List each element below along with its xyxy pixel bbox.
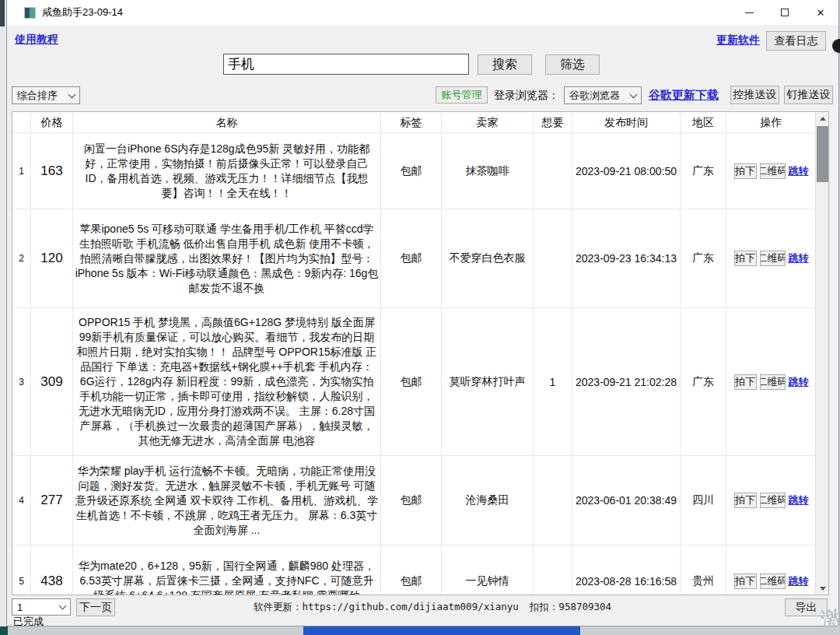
qr-code-button[interactable]: 二维码 bbox=[760, 493, 786, 508]
scrollbar-thumb[interactable] bbox=[817, 126, 828, 182]
update-software-link[interactable]: 更新软件 bbox=[716, 33, 760, 47]
table-row[interactable]: 1 163 闲置一台iPhone 6S内存是128g成色95新 灵敏好用，功能都… bbox=[12, 133, 816, 209]
buy-button[interactable]: 拍下 bbox=[734, 574, 757, 589]
listing-table: 价格 名称 标签 卖家 想要 发布时间 地区 操作 1 163 闲置一台iPho… bbox=[12, 111, 829, 595]
region-cell: 广东 bbox=[681, 133, 726, 209]
header-want: 想要 bbox=[534, 112, 572, 132]
page-select[interactable]: 1 bbox=[12, 598, 71, 616]
row-index: 5 bbox=[12, 546, 31, 595]
sort-select[interactable]: 综合排序 bbox=[12, 86, 80, 104]
tag-cell: 包邮 bbox=[381, 308, 442, 455]
table-row[interactable]: 5 438 华为mate20，6+128，95新，国行全网通，麒麟980 处理器… bbox=[12, 546, 816, 595]
minimize-icon bbox=[745, 12, 754, 13]
name-cell: OPPOR15 手机 梦境黑，高颜值6G+128G 梦境特别 版全面屏 99新手… bbox=[73, 308, 381, 455]
buy-button[interactable]: 拍下 bbox=[734, 251, 757, 266]
want-cell: 1 bbox=[534, 308, 572, 455]
buy-button[interactable]: 拍下 bbox=[734, 374, 757, 390]
buy-button[interactable]: 拍下 bbox=[734, 493, 757, 508]
search-button[interactable]: 搜索 bbox=[478, 54, 532, 75]
seller-cell: 一见钟情 bbox=[442, 546, 534, 595]
time-cell: 2023-09-21 21:02:28 bbox=[572, 308, 681, 455]
time-cell: 2023-09-21 08:00:50 bbox=[572, 133, 681, 209]
background-window-edge bbox=[0, 0, 5, 26]
maximize-icon bbox=[781, 9, 789, 16]
jump-link[interactable]: 跳转 bbox=[789, 574, 809, 588]
search-input[interactable] bbox=[223, 54, 469, 75]
header-action: 操作 bbox=[726, 112, 816, 132]
table-row[interactable]: 4 277 华为荣耀 play手机 运行流畅不卡顿。无暗病，功能正常使用没问题，… bbox=[12, 456, 816, 546]
tag-cell: 包邮 bbox=[381, 546, 442, 595]
account-manage-button[interactable]: 账号管理 bbox=[436, 86, 488, 103]
jump-link[interactable]: 跳转 bbox=[789, 164, 809, 178]
qq-contact-text: 扣扣：958709304 bbox=[530, 601, 611, 612]
want-cell bbox=[534, 546, 572, 595]
name-cell: 华为荣耀 play手机 运行流畅不卡顿。无暗病，功能正常使用没问题，测好发货。无… bbox=[73, 456, 381, 545]
action-cell: 拍下 二维码 跳转 bbox=[726, 209, 816, 307]
qr-code-button[interactable]: 二维码 bbox=[760, 251, 786, 266]
jump-link[interactable]: 跳转 bbox=[789, 375, 809, 389]
jump-link[interactable]: 跳转 bbox=[789, 251, 809, 265]
price-cell: 438 bbox=[31, 546, 73, 595]
row-index: 1 bbox=[12, 133, 31, 209]
qr-code-button[interactable]: 二维码 bbox=[760, 574, 786, 589]
table-row[interactable]: 3 309 OPPOR15 手机 梦境黑，高颜值6G+128G 梦境特别 版全面… bbox=[12, 308, 816, 456]
filter-button[interactable]: 筛选 bbox=[545, 54, 600, 75]
push-settings-button-1[interactable]: 控推送设 bbox=[730, 86, 779, 104]
price-cell: 309 bbox=[31, 308, 73, 455]
browser-select-value: 谷歌浏览器 bbox=[569, 89, 620, 103]
table-body: 1 163 闲置一台iPhone 6S内存是128g成色95新 灵敏好用，功能都… bbox=[12, 133, 816, 595]
action-cell: 拍下 二维码 跳转 bbox=[726, 456, 816, 545]
chrome-update-link[interactable]: 谷歌更新下载 bbox=[649, 88, 719, 103]
title-bar: 咸鱼助手23-09-14 ✕ bbox=[7, 0, 838, 25]
close-button[interactable]: ✕ bbox=[803, 0, 838, 25]
jump-link[interactable]: 跳转 bbox=[789, 493, 809, 507]
close-icon: ✕ bbox=[817, 8, 825, 18]
chevron-down-icon bbox=[630, 90, 638, 98]
want-cell bbox=[534, 456, 572, 545]
row-index: 3 bbox=[12, 308, 31, 455]
name-cell: 华为mate20，6+128，95新，国行全网通，麒麟980 处理器，6.53英… bbox=[73, 546, 381, 595]
software-update-text: 软件更新：https://github.com/dijiaatm009/xian… bbox=[254, 601, 519, 612]
page-select-value: 1 bbox=[17, 602, 23, 613]
time-cell: 2023-06-01 20:38:49 bbox=[572, 456, 681, 545]
qr-code-button[interactable]: 二维码 bbox=[760, 374, 786, 390]
chevron-down-icon bbox=[59, 602, 67, 610]
sort-select-value: 综合排序 bbox=[17, 89, 58, 103]
header-time: 发布时间 bbox=[572, 112, 681, 132]
vertical-scrollbar[interactable] bbox=[815, 112, 828, 595]
qr-code-button[interactable]: 二维码 bbox=[760, 163, 786, 179]
taskbar-segment bbox=[0, 626, 8, 635]
scroll-up-icon[interactable] bbox=[816, 112, 829, 125]
scroll-down-icon[interactable] bbox=[816, 582, 829, 595]
price-cell: 163 bbox=[31, 133, 73, 209]
time-cell: 2023-09-23 16:34:13 bbox=[572, 209, 681, 307]
footer-info: 软件更新：https://github.com/dijiaatm009/xian… bbox=[254, 601, 622, 614]
region-cell: 四川 bbox=[681, 456, 726, 545]
header-index bbox=[12, 112, 31, 132]
taskbar-strip bbox=[0, 626, 840, 635]
price-cell: 120 bbox=[31, 209, 73, 307]
tag-cell: 包邮 bbox=[381, 133, 442, 209]
chevron-down-icon bbox=[68, 90, 76, 98]
maximize-button[interactable] bbox=[767, 0, 803, 25]
header-tag: 标签 bbox=[381, 112, 442, 132]
region-cell: 广东 bbox=[681, 308, 726, 455]
action-cell: 拍下 二维码 跳转 bbox=[726, 308, 816, 455]
app-icon bbox=[24, 7, 36, 19]
buy-button[interactable]: 拍下 bbox=[734, 163, 757, 179]
browser-select[interactable]: 谷歌浏览器 bbox=[564, 86, 642, 104]
seller-cell: 抹茶咖啡 bbox=[442, 133, 534, 209]
table-row[interactable]: 2 120 苹果ipone5 5s 可移动可联通 学生备用手机/工作机 平替cc… bbox=[12, 209, 816, 308]
want-cell bbox=[534, 133, 572, 209]
next-page-button[interactable]: 下一页 bbox=[76, 598, 115, 616]
push-settings-button-2[interactable]: 钉推送设 bbox=[784, 86, 833, 104]
app-window: 咸鱼助手23-09-14 ✕ 使用教程 更新软件 查看日志 搜索 筛选 综合排序… bbox=[6, 0, 839, 626]
browser-label: 登录浏览器： bbox=[494, 89, 559, 103]
view-log-button[interactable]: 查看日志 bbox=[766, 31, 826, 51]
tutorial-link[interactable]: 使用教程 bbox=[15, 33, 58, 47]
desktop-edge bbox=[0, 0, 6, 626]
tag-cell: 包邮 bbox=[381, 209, 442, 307]
taskbar-segment bbox=[303, 626, 580, 635]
action-cell: 拍下 二维码 跳转 bbox=[726, 133, 816, 209]
minimize-button[interactable] bbox=[731, 0, 767, 25]
